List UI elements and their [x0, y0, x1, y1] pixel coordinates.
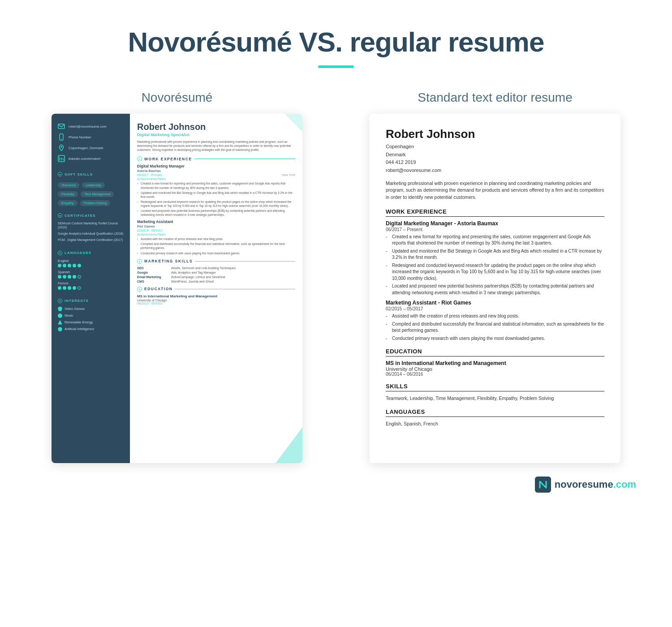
edu-section-text: EDUCATION [144, 287, 172, 291]
certificates-icon [58, 213, 62, 218]
std-job1-b1: Created a new format for reporting and p… [386, 234, 604, 247]
job2-subtitle: Achievements/Tasks [137, 233, 295, 236]
svg-point-5 [59, 157, 60, 158]
logo-n-icon [535, 477, 551, 493]
std-job2-date: 02/2015 – 05/2017 [386, 306, 604, 311]
interest-renewable: Renewable Energy [58, 320, 124, 325]
job1-bullet4: Located and proposed new potential busin… [137, 209, 295, 217]
contact-location-text: Copenhagen, Denmark [69, 146, 103, 150]
dot [73, 264, 76, 267]
svg-point-3 [61, 146, 62, 148]
location-icon [58, 144, 65, 151]
contact-email-row: robert@novoresume.com [58, 123, 124, 130]
cert-3: PCM - Digital Management Certification (… [58, 238, 124, 242]
col-novoresume: Novorésumé robert@novoresume.com [27, 90, 327, 463]
skill-badge-teamwork: Teamwork [58, 182, 79, 188]
marketing-section-text: MARKETING SKILLS [144, 259, 193, 263]
std-job2-b2: Compiled and distributed successfully th… [386, 321, 604, 334]
std-skills-text: Teamwork, Leadership, Time Management, F… [386, 395, 604, 402]
interest-music: Music [58, 314, 124, 318]
standard-col-label: Standard text editor resume [418, 90, 573, 105]
job2-title: Marketing Assistant [137, 219, 295, 224]
mskill-google: Google Ads, Analytics and Tag Manager [137, 271, 295, 274]
job2-bullet2: Compiled and distributed successfully th… [137, 242, 295, 250]
novo-job-title: Digital Marketing Specialist [137, 133, 295, 137]
job1-company: Astoria Baumax [137, 169, 295, 173]
dot [58, 264, 61, 267]
job1-date: 06/2017 - Present [137, 173, 162, 176]
job1-date-row: 06/2017 - Present New York [137, 173, 295, 176]
contact-email-text: robert@novoresume.com [69, 125, 107, 129]
job1-subtitle: Achievements/Tasks [137, 177, 295, 180]
skill-badge-leadership: Leadership [82, 182, 105, 188]
marketing-section-line [195, 261, 295, 262]
std-edu-date: 06/2014 – 06/2016 [386, 372, 604, 377]
main-title: Novorésumé VS. regular resume [27, 27, 645, 57]
footer: novoresume.com [27, 477, 645, 493]
lang-french: French [58, 281, 124, 290]
interests-title: INTERESTS [58, 299, 124, 303]
skill-badge-empathy: Empathy [58, 200, 78, 206]
skill-badge-problemsolving: Problem Solving [80, 200, 110, 206]
lang-english: English [58, 259, 124, 267]
std-languages-text: English, Spanish, French [386, 421, 604, 428]
dot [68, 286, 71, 290]
soft-skills-badges: Teamwork Leadership Flexibility Time Man… [58, 180, 124, 207]
n-svg [538, 480, 548, 490]
certificates-title: CERTIFICATES [58, 213, 124, 218]
contact-phone-text: Phone Number [69, 135, 91, 139]
mskill-cms: CMS WordPress, Joomla and Ghost [137, 280, 295, 283]
ai-icon [58, 327, 62, 331]
std-work-section-title: WORK EXPERIENCE [386, 208, 604, 217]
cert-2: Google Analytics Individual Qualificatio… [58, 232, 124, 236]
job1-bullet3: Redesigned and conducted keyword researc… [137, 200, 295, 208]
std-candidate-name: Robert Johnson [386, 127, 604, 141]
contact-phone-row: Phone Number [58, 133, 124, 141]
std-contact: CopenhagenDenmark044 412 2019robert@novo… [386, 143, 604, 174]
skill-badge-flexibility: Flexibility [58, 191, 78, 197]
std-job1-date: 06/2017 – Present [386, 227, 604, 232]
dot [63, 286, 66, 290]
linkedin-icon [58, 155, 65, 162]
std-job2-b3: Conducted primary research with users pl… [386, 335, 604, 342]
lang-spanish: Spanish [58, 270, 124, 279]
std-edu-school: University of Chicago [386, 366, 604, 372]
dot [78, 286, 81, 290]
svg-point-2 [61, 138, 62, 139]
std-job1-title: Digital Marketing Manager - Astoria Baum… [386, 220, 604, 227]
dot [63, 264, 66, 267]
header: Novorésumé VS. regular resume [27, 27, 645, 68]
dot [68, 264, 71, 267]
novo-summary: Marketing professional with proven exper… [137, 140, 295, 152]
dot [63, 275, 66, 279]
dot [78, 275, 81, 279]
job2-bullet1: Assisted with the creation of press rele… [137, 237, 295, 241]
novoresume-logo: novoresume.com [535, 477, 636, 493]
std-job1: Digital Marketing Manager - Astoria Baum… [386, 220, 604, 296]
svg-rect-1 [60, 134, 63, 140]
novoresume-col-label: Novorésumé [142, 90, 213, 105]
job1-bullet1: Created a new format for reporting and p… [137, 181, 295, 189]
mskill-seo: SEO Ahrefs, Semrush and Link-building Te… [137, 266, 295, 270]
music-icon [58, 314, 62, 318]
soft-skills-title: SOFT SKILLS [58, 172, 124, 176]
interest-videogames: Video Games [58, 307, 124, 311]
novoresume-card: robert@novoresume.com Phone Number [52, 114, 302, 463]
novo-sidebar: robert@novoresume.com Phone Number [52, 114, 130, 463]
novo-candidate-name: Robert Johnson [137, 122, 295, 132]
edu-section-line [175, 289, 295, 289]
teal-shape-br [276, 427, 302, 463]
novo-main: Robert Johnson Digital Marketing Special… [130, 114, 302, 463]
std-job2-b1: Assisted with the creation of press rele… [386, 313, 604, 320]
contact-linkedin-row: linkedin.com/in/robert [58, 155, 124, 162]
phone-icon [58, 133, 65, 141]
contact-linkedin-text: linkedin.com/in/robert [69, 157, 100, 161]
work-section-header: WORK EXPERIENCE [137, 156, 295, 161]
edu-school: University of Chicago [137, 299, 295, 302]
work-section-icon [137, 156, 142, 161]
dot [58, 275, 61, 279]
marketing-section-header: MARKETING SKILLS [137, 259, 295, 264]
email-icon [58, 123, 65, 130]
job2-bullet3: Conducted primary research with users pl… [137, 251, 295, 255]
job2-date: 02/2015 - 05/2017 [137, 229, 163, 232]
